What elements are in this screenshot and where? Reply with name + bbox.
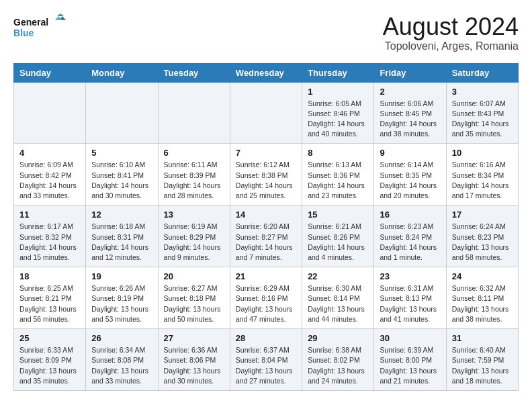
day-number: 8 xyxy=(308,148,368,158)
day-number: 22 xyxy=(308,271,368,281)
calendar-week-row: 1Sunrise: 6:05 AMSunset: 8:46 PMDaylight… xyxy=(14,82,519,144)
day-info: Sunrise: 6:21 AMSunset: 8:26 PMDaylight:… xyxy=(308,222,368,263)
calendar-cell: 29Sunrise: 6:38 AMSunset: 8:02 PMDayligh… xyxy=(302,329,374,391)
day-info: Sunrise: 6:30 AMSunset: 8:14 PMDaylight:… xyxy=(308,283,368,324)
day-info: Sunrise: 6:31 AMSunset: 8:13 PMDaylight:… xyxy=(380,283,440,324)
day-info: Sunrise: 6:16 AMSunset: 8:34 PMDaylight:… xyxy=(452,160,513,201)
day-number: 13 xyxy=(164,210,224,220)
calendar-cell: 5Sunrise: 6:10 AMSunset: 8:41 PMDaylight… xyxy=(86,144,158,205)
page-title: August 2024 xyxy=(383,13,519,40)
day-info: Sunrise: 6:09 AMSunset: 8:42 PMDaylight:… xyxy=(19,160,80,201)
day-number: 12 xyxy=(91,210,152,220)
calendar-week-row: 25Sunrise: 6:33 AMSunset: 8:09 PMDayligh… xyxy=(14,329,519,391)
calendar-cell: 22Sunrise: 6:30 AMSunset: 8:14 PMDayligh… xyxy=(302,267,374,329)
day-info: Sunrise: 6:24 AMSunset: 8:23 PMDaylight:… xyxy=(452,222,513,263)
day-info: Sunrise: 6:06 AMSunset: 8:45 PMDaylight:… xyxy=(380,99,440,140)
day-number: 2 xyxy=(380,87,440,97)
weekday-header-saturday: Saturday xyxy=(446,63,518,82)
calendar-cell: 2Sunrise: 6:06 AMSunset: 8:45 PMDaylight… xyxy=(374,82,446,144)
day-info: Sunrise: 6:17 AMSunset: 8:32 PMDaylight:… xyxy=(19,222,80,263)
day-info: Sunrise: 6:10 AMSunset: 8:41 PMDaylight:… xyxy=(91,160,152,201)
day-info: Sunrise: 6:38 AMSunset: 8:02 PMDaylight:… xyxy=(308,345,368,386)
day-number: 26 xyxy=(91,333,152,343)
calendar-cell: 24Sunrise: 6:32 AMSunset: 8:11 PMDayligh… xyxy=(446,267,518,329)
day-number: 17 xyxy=(452,210,513,220)
calendar-cell: 30Sunrise: 6:39 AMSunset: 8:00 PMDayligh… xyxy=(374,329,446,391)
day-number: 19 xyxy=(91,271,152,281)
day-info: Sunrise: 6:33 AMSunset: 8:09 PMDaylight:… xyxy=(19,345,80,386)
day-info: Sunrise: 6:13 AMSunset: 8:36 PMDaylight:… xyxy=(308,160,368,201)
day-info: Sunrise: 6:12 AMSunset: 8:38 PMDaylight:… xyxy=(236,160,296,201)
calendar-week-row: 11Sunrise: 6:17 AMSunset: 8:32 PMDayligh… xyxy=(14,205,519,267)
logo: General Blue xyxy=(13,13,67,44)
calendar-cell: 7Sunrise: 6:12 AMSunset: 8:38 PMDaylight… xyxy=(230,144,302,205)
day-number: 23 xyxy=(380,271,440,281)
calendar-cell xyxy=(230,82,302,144)
day-number: 30 xyxy=(380,333,440,343)
day-info: Sunrise: 6:34 AMSunset: 8:08 PMDaylight:… xyxy=(91,345,152,386)
calendar-cell: 16Sunrise: 6:23 AMSunset: 8:24 PMDayligh… xyxy=(374,205,446,267)
calendar-week-row: 4Sunrise: 6:09 AMSunset: 8:42 PMDaylight… xyxy=(14,144,519,205)
day-number: 31 xyxy=(452,333,513,343)
calendar-cell: 17Sunrise: 6:24 AMSunset: 8:23 PMDayligh… xyxy=(446,205,518,267)
day-info: Sunrise: 6:39 AMSunset: 8:00 PMDaylight:… xyxy=(380,345,440,386)
day-info: Sunrise: 6:36 AMSunset: 8:06 PMDaylight:… xyxy=(164,345,224,386)
day-number: 6 xyxy=(164,148,224,158)
calendar-cell xyxy=(86,82,158,144)
day-number: 18 xyxy=(19,271,80,281)
day-info: Sunrise: 6:29 AMSunset: 8:16 PMDaylight:… xyxy=(236,283,296,324)
day-number: 11 xyxy=(19,210,80,220)
day-number: 4 xyxy=(19,148,80,158)
calendar-cell: 25Sunrise: 6:33 AMSunset: 8:09 PMDayligh… xyxy=(14,329,86,391)
day-number: 20 xyxy=(164,271,224,281)
calendar-table: SundayMondayTuesdayWednesdayThursdayFrid… xyxy=(13,63,519,391)
calendar-cell: 21Sunrise: 6:29 AMSunset: 8:16 PMDayligh… xyxy=(230,267,302,329)
weekday-header-sunday: Sunday xyxy=(14,63,86,82)
calendar-cell: 31Sunrise: 6:40 AMSunset: 7:59 PMDayligh… xyxy=(446,329,518,391)
page-subtitle: Topoloveni, Arges, Romania xyxy=(383,40,519,52)
weekday-header-tuesday: Tuesday xyxy=(158,63,230,82)
day-info: Sunrise: 6:18 AMSunset: 8:31 PMDaylight:… xyxy=(91,222,152,263)
day-number: 1 xyxy=(308,87,368,97)
day-number: 9 xyxy=(380,148,440,158)
day-number: 28 xyxy=(236,333,296,343)
day-info: Sunrise: 6:05 AMSunset: 8:46 PMDaylight:… xyxy=(308,99,368,140)
calendar-cell: 26Sunrise: 6:34 AMSunset: 8:08 PMDayligh… xyxy=(86,329,158,391)
day-info: Sunrise: 6:40 AMSunset: 7:59 PMDaylight:… xyxy=(452,345,513,386)
calendar-cell: 6Sunrise: 6:11 AMSunset: 8:39 PMDaylight… xyxy=(158,144,230,205)
calendar-week-row: 18Sunrise: 6:25 AMSunset: 8:21 PMDayligh… xyxy=(14,267,519,329)
calendar-cell: 27Sunrise: 6:36 AMSunset: 8:06 PMDayligh… xyxy=(158,329,230,391)
page-header: General Blue August 2024 Topoloveni, Arg… xyxy=(13,13,519,52)
day-info: Sunrise: 6:23 AMSunset: 8:24 PMDaylight:… xyxy=(380,222,440,263)
calendar-cell: 11Sunrise: 6:17 AMSunset: 8:32 PMDayligh… xyxy=(14,205,86,267)
day-info: Sunrise: 6:14 AMSunset: 8:35 PMDaylight:… xyxy=(380,160,440,201)
day-number: 25 xyxy=(19,333,80,343)
calendar-cell: 3Sunrise: 6:07 AMSunset: 8:43 PMDaylight… xyxy=(446,82,518,144)
calendar-cell: 4Sunrise: 6:09 AMSunset: 8:42 PMDaylight… xyxy=(14,144,86,205)
calendar-cell: 8Sunrise: 6:13 AMSunset: 8:36 PMDaylight… xyxy=(302,144,374,205)
day-info: Sunrise: 6:27 AMSunset: 8:18 PMDaylight:… xyxy=(164,283,224,324)
calendar-cell xyxy=(158,82,230,144)
calendar-cell: 10Sunrise: 6:16 AMSunset: 8:34 PMDayligh… xyxy=(446,144,518,205)
calendar-cell xyxy=(14,82,86,144)
calendar-cell: 13Sunrise: 6:19 AMSunset: 8:29 PMDayligh… xyxy=(158,205,230,267)
calendar-cell: 19Sunrise: 6:26 AMSunset: 8:19 PMDayligh… xyxy=(86,267,158,329)
calendar-cell: 23Sunrise: 6:31 AMSunset: 8:13 PMDayligh… xyxy=(374,267,446,329)
day-number: 16 xyxy=(380,210,440,220)
svg-marker-2 xyxy=(57,13,64,16)
calendar-cell: 20Sunrise: 6:27 AMSunset: 8:18 PMDayligh… xyxy=(158,267,230,329)
day-number: 3 xyxy=(452,87,513,97)
calendar-cell: 9Sunrise: 6:14 AMSunset: 8:35 PMDaylight… xyxy=(374,144,446,205)
day-number: 7 xyxy=(236,148,296,158)
day-number: 29 xyxy=(308,333,368,343)
day-number: 21 xyxy=(236,271,296,281)
logo-svg: General Blue xyxy=(13,13,67,44)
day-info: Sunrise: 6:25 AMSunset: 8:21 PMDaylight:… xyxy=(19,283,80,324)
weekday-header-wednesday: Wednesday xyxy=(230,63,302,82)
calendar-header-row: SundayMondayTuesdayWednesdayThursdayFrid… xyxy=(14,63,519,82)
calendar-cell: 12Sunrise: 6:18 AMSunset: 8:31 PMDayligh… xyxy=(86,205,158,267)
weekday-header-friday: Friday xyxy=(374,63,446,82)
day-number: 10 xyxy=(452,148,513,158)
calendar-cell: 28Sunrise: 6:37 AMSunset: 8:04 PMDayligh… xyxy=(230,329,302,391)
day-info: Sunrise: 6:11 AMSunset: 8:39 PMDaylight:… xyxy=(164,160,224,201)
